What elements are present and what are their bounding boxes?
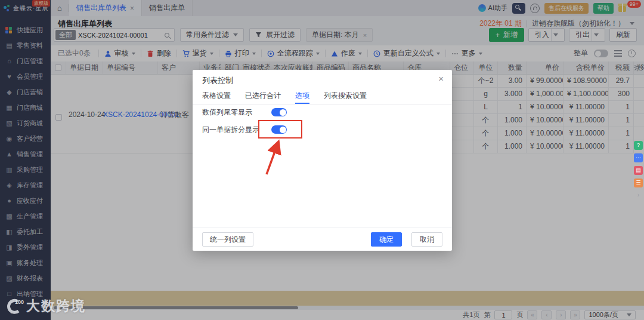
sidebar-item-财务报表[interactable]: ▨财务报表: [0, 270, 51, 286]
refresh-button[interactable]: 刷新: [609, 28, 637, 42]
sidebar-item-应收应付[interactable]: ●应收应付: [0, 193, 51, 208]
打印-button[interactable]: 打印: [225, 48, 256, 59]
dialog-tab-表格设置[interactable]: 表格设置: [202, 88, 231, 104]
chat-icon[interactable]: ⋯: [634, 153, 643, 162]
search-input[interactable]: [78, 32, 165, 39]
accounting-period[interactable]: 2022年 01 期: [479, 19, 522, 29]
sidebar-item-客户经营[interactable]: ◉客户经营: [0, 131, 51, 146]
survey-icon[interactable]: ▤: [634, 166, 643, 175]
search-box[interactable]: 全部: [54, 28, 175, 42]
chevron-down-icon: [627, 313, 631, 316]
last-page-icon[interactable]: »: [570, 310, 580, 319]
list-toolbar: 已选中0条 审核删除退货打印全流程跟踪作废更新自定义公式更多 整单: [51, 45, 644, 61]
column-header-税额[interactable]: 税额: [609, 61, 634, 75]
row-cell: [634, 114, 644, 127]
expand-filter-button[interactable]: 展开过滤: [249, 28, 301, 42]
close-tab-icon[interactable]: ×: [130, 4, 134, 13]
home-icon[interactable]: ⌂: [51, 0, 69, 16]
column-header-单价[interactable]: 单价: [527, 61, 564, 75]
sidebar-item-采购管理[interactable]: ▥采购管理: [0, 162, 51, 177]
after-sales-service-button[interactable]: 售后在线服务: [544, 3, 589, 14]
export-button[interactable]: 引出: [569, 28, 605, 42]
tab-销售出库单[interactable]: 销售出库单: [142, 0, 193, 16]
headset-icon[interactable]: [530, 4, 540, 13]
prev-page-icon[interactable]: ‹: [541, 310, 552, 319]
global-search-button[interactable]: [512, 3, 525, 14]
quick-filter-dropdown[interactable]: 常用条件过滤: [180, 28, 244, 42]
help-button[interactable]: 帮助: [593, 3, 614, 14]
column-header-数量[interactable]: 数量: [498, 61, 527, 75]
sidebar-item-库存管理[interactable]: ◈库存管理: [0, 177, 51, 193]
ai-assistant-button[interactable]: AI助手: [478, 4, 507, 13]
edition-name[interactable]: 进销存旗舰版（勿初始化！）: [532, 19, 625, 29]
chevron-down-icon[interactable]: [594, 33, 599, 36]
column-settings-gear-icon[interactable]: [633, 64, 641, 73]
sidebar-item-订货商城[interactable]: ▧订货商城: [0, 115, 51, 131]
tab-销售出库单列表[interactable]: 销售出库单列表×: [69, 0, 142, 16]
collapse-arrow-icon[interactable]: ›: [637, 191, 640, 198]
退货-button[interactable]: 退货: [182, 48, 213, 59]
审核-button[interactable]: 审核: [104, 48, 135, 59]
row-cell: 个: [474, 140, 498, 153]
history-clock-icon[interactable]: [628, 50, 636, 57]
plus-icon: +: [496, 31, 500, 39]
date-filter-chip[interactable]: 单据日期: 本月 ×: [306, 28, 373, 42]
whole-doc-toggle[interactable]: [594, 50, 608, 57]
sidebar-item-生产管理[interactable]: ▩生产管理: [0, 208, 51, 224]
notification-count-badge[interactable]: 99+: [627, 1, 641, 8]
dialog-tab-选项[interactable]: 选项: [295, 88, 309, 104]
unify-columns-button[interactable]: 统一列设置: [202, 232, 253, 247]
更多-button[interactable]: 更多: [451, 48, 482, 59]
toggle-switch-on[interactable]: [271, 108, 287, 116]
consign-process-icon: ◧: [5, 228, 13, 236]
cancel-button[interactable]: 取消: [411, 232, 442, 247]
search-scope-chip[interactable]: 全部: [55, 30, 76, 40]
retail-data-icon: ▤: [5, 42, 13, 50]
feedback-icon[interactable]: ☰: [634, 179, 643, 187]
marketing-icon: ◆: [5, 88, 13, 96]
import-button[interactable]: 引入: [528, 28, 565, 42]
row-cell: ¥ 10.00000: [527, 140, 564, 153]
next-page-icon[interactable]: ›: [556, 310, 566, 319]
sidebar-item-零售资料[interactable]: ▤零售资料: [0, 38, 51, 53]
删除-button[interactable]: 删除: [147, 48, 171, 59]
row-checkbox[interactable]: [55, 114, 62, 121]
sidebar-item-快捷应用[interactable]: 快捷应用: [0, 22, 51, 38]
column-header-单据日期[interactable]: 单据日期: [66, 61, 103, 75]
add-button[interactable]: + 新增: [489, 28, 524, 42]
sidebar-item-门店商城[interactable]: ▦门店商城: [0, 100, 51, 115]
row-cell: [634, 127, 644, 140]
sidebar-item-门店营销[interactable]: ◆门店营销: [0, 84, 51, 100]
更新自定义公式-button[interactable]: 更新自定义公式: [373, 48, 440, 59]
column-list-icon[interactable]: [614, 50, 622, 57]
gift-icon[interactable]: [618, 6, 626, 12]
page-size-select[interactable]: 1000条/页: [584, 310, 636, 319]
divider: [527, 20, 527, 27]
chevron-down-icon: [252, 53, 256, 55]
chevron-down-icon[interactable]: [553, 33, 558, 36]
dialog-tab-已选行合计[interactable]: 已选行合计: [245, 88, 281, 104]
close-icon[interactable]: ×: [363, 32, 367, 39]
作废-button[interactable]: 作废: [331, 48, 362, 59]
sidebar-item-账务处理[interactable]: ▣账务处理: [0, 255, 51, 270]
ok-button[interactable]: 确定: [371, 232, 402, 247]
sidebar-item-会员管理[interactable]: ♥会员管理: [0, 69, 51, 84]
column-header-单位[interactable]: 单位: [474, 61, 498, 75]
chevron-down-icon[interactable]: [630, 22, 634, 25]
page-number-input[interactable]: [494, 310, 512, 319]
close-icon[interactable]: ×: [438, 73, 444, 84]
dialog-tab-列表搜索设置[interactable]: 列表搜索设置: [324, 88, 367, 104]
select-all-checkbox[interactable]: [55, 64, 61, 71]
column-header-含税单价[interactable]: 含税单价: [564, 61, 609, 75]
sidebar-item-门店管理[interactable]: ⌂门店管理: [0, 53, 51, 69]
column-header-仓位[interactable]: 仓位: [450, 61, 474, 75]
horizontal-scrollbar[interactable]: [54, 306, 298, 309]
sidebar-item-销售管理[interactable]: ▲销售管理: [0, 146, 51, 162]
search-icon[interactable]: [165, 33, 169, 38]
sidebar-item-委外管理[interactable]: ◨委外管理: [0, 239, 51, 255]
全流程跟踪-button[interactable]: 全流程跟踪: [267, 48, 320, 59]
first-page-icon[interactable]: «: [527, 310, 537, 319]
help-question-icon[interactable]: ?: [634, 141, 643, 150]
sidebar-item-委托加工[interactable]: ◧委托加工: [0, 224, 51, 239]
column-header-单据编号[interactable]: 单据编号: [103, 61, 158, 75]
